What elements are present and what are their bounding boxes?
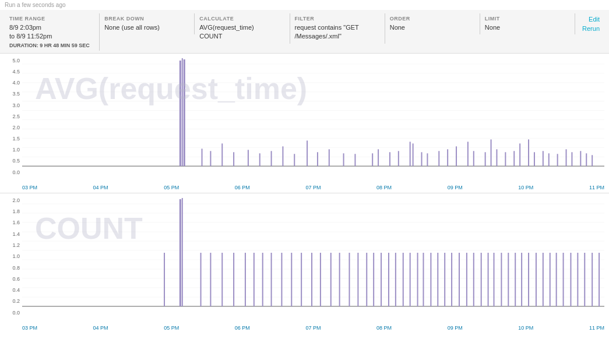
svg-rect-79 (262, 253, 263, 306)
svg-rect-81 (281, 253, 282, 306)
svg-rect-32 (398, 151, 399, 166)
svg-rect-46 (513, 151, 515, 166)
svg-rect-110 (508, 253, 509, 306)
svg-rect-71 (182, 198, 183, 306)
svg-rect-41 (473, 151, 474, 166)
filter-value: request contains "GET/Messages/.xml" (295, 23, 380, 41)
svg-rect-20 (259, 153, 261, 166)
calculate-label: CALCULATE (199, 16, 284, 22)
time-range-value: 8/9 2:03pmto 8/9 11:52pm (9, 23, 94, 41)
svg-rect-48 (528, 139, 529, 166)
duration-text: DURATION: 9 HR 48 MIN 59 SEC (9, 43, 94, 48)
svg-rect-17 (221, 143, 223, 166)
query-toolbar: TIME RANGE 8/9 2:03pmto 8/9 11:52pm DURA… (0, 10, 609, 54)
svg-rect-34 (413, 143, 414, 166)
svg-rect-38 (447, 149, 448, 166)
svg-rect-12 (179, 61, 181, 166)
svg-rect-49 (534, 152, 535, 166)
break-down-label: BREAK DOWN (104, 16, 189, 22)
svg-rect-35 (421, 152, 423, 166)
svg-rect-102 (451, 253, 452, 306)
svg-rect-76 (233, 253, 234, 306)
break-down-value: None (use all rows) (104, 23, 189, 32)
svg-rect-37 (438, 151, 439, 166)
svg-rect-119 (570, 253, 571, 306)
svg-rect-74 (210, 253, 211, 306)
svg-rect-84 (311, 253, 312, 306)
svg-rect-111 (515, 253, 516, 306)
svg-rect-95 (403, 253, 404, 306)
svg-rect-26 (329, 149, 330, 166)
limit-value: None (485, 23, 570, 32)
svg-rect-19 (248, 150, 249, 166)
svg-rect-121 (584, 253, 585, 306)
avg-y-axis: 5.0 4.5 4.0 3.5 3.0 2.5 2.0 1.5 1.0 0.5 … (0, 58, 22, 175)
svg-rect-54 (571, 152, 572, 166)
order-label: ORDER (390, 16, 475, 22)
svg-rect-85 (320, 253, 321, 306)
svg-rect-15 (202, 149, 203, 166)
charts-container: AVG(request_time) 5.0 4.5 4.0 3.5 3.0 2.… (0, 54, 609, 333)
svg-rect-50 (543, 151, 544, 166)
limit-label: LIMIT (485, 16, 570, 22)
avg-chart: AVG(request_time) 5.0 4.5 4.0 3.5 3.0 2.… (0, 54, 609, 193)
svg-rect-94 (395, 253, 396, 306)
svg-rect-22 (282, 146, 283, 166)
svg-rect-27 (343, 153, 344, 166)
svg-rect-57 (592, 155, 593, 166)
svg-rect-98 (423, 253, 424, 306)
svg-rect-55 (580, 151, 581, 166)
svg-rect-103 (459, 253, 460, 306)
svg-rect-86 (330, 253, 332, 306)
edit-button[interactable]: Edit (589, 16, 600, 23)
count-y-axis: 2.0 1.8 1.6 1.4 1.2 1.0 0.8 0.6 0.4 0.2 … (0, 198, 22, 316)
svg-rect-75 (221, 253, 223, 306)
svg-rect-96 (410, 253, 411, 306)
svg-rect-36 (427, 153, 428, 166)
svg-rect-13 (182, 58, 183, 166)
order-section: ORDER None (385, 13, 480, 34)
svg-rect-29 (372, 153, 373, 166)
svg-rect-82 (291, 253, 292, 306)
calculate-section: CALCULATE AVG(request_time)COUNT (195, 13, 290, 44)
svg-rect-88 (349, 253, 350, 306)
avg-x-axis: 03 PM 04 PM 05 PM 06 PM 07 PM 08 PM 09 P… (22, 185, 604, 190)
svg-rect-53 (566, 149, 567, 166)
svg-rect-113 (528, 253, 529, 306)
svg-rect-16 (210, 151, 211, 166)
svg-rect-115 (543, 253, 544, 306)
avg-chart-svg (22, 54, 604, 193)
svg-rect-90 (366, 253, 367, 306)
svg-rect-108 (494, 253, 495, 306)
svg-rect-101 (444, 253, 445, 306)
svg-rect-83 (301, 253, 302, 306)
count-chart-svg (22, 193, 604, 333)
svg-rect-44 (496, 149, 497, 166)
svg-rect-73 (200, 253, 202, 306)
time-range-label: TIME RANGE (9, 16, 94, 22)
svg-rect-122 (592, 253, 593, 306)
svg-rect-21 (271, 151, 272, 166)
svg-rect-51 (548, 153, 550, 166)
count-x-axis: 03 PM 04 PM 05 PM 06 PM 07 PM 08 PM 09 P… (22, 325, 604, 331)
svg-rect-18 (233, 152, 234, 166)
time-range-section: TIME RANGE 8/9 2:03pmto 8/9 11:52pm DURA… (5, 13, 100, 51)
run-status: Run a few seconds ago (0, 0, 609, 10)
svg-rect-93 (388, 253, 389, 306)
svg-rect-47 (519, 143, 520, 166)
svg-rect-87 (339, 253, 340, 306)
svg-rect-116 (550, 253, 551, 306)
svg-rect-78 (254, 253, 255, 306)
svg-rect-114 (536, 253, 537, 306)
calculate-value: AVG(request_time)COUNT (199, 23, 284, 41)
svg-rect-120 (577, 253, 578, 306)
rerun-button[interactable]: Rerun (582, 25, 600, 32)
svg-rect-31 (389, 152, 390, 166)
svg-rect-39 (456, 146, 457, 166)
svg-rect-25 (317, 152, 318, 166)
svg-rect-118 (563, 253, 564, 306)
actions-col: Edit Rerun (575, 13, 604, 34)
svg-rect-24 (307, 140, 308, 166)
svg-rect-14 (184, 59, 185, 166)
svg-rect-77 (245, 253, 246, 306)
